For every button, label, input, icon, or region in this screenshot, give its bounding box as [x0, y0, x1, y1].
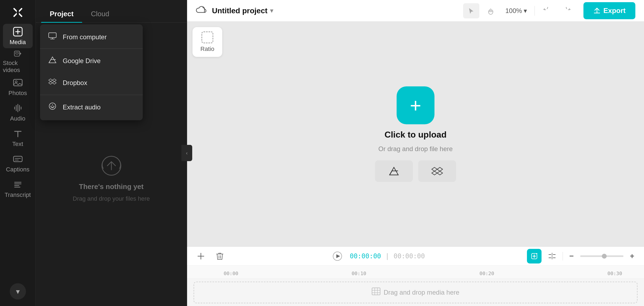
zoom-control[interactable]: 100% ▾	[502, 7, 530, 15]
tab-cloud[interactable]: Cloud	[82, 5, 118, 22]
upload-dropdown: From computer Google Drive Dropbox	[40, 24, 143, 120]
ratio-label: Ratio	[200, 45, 214, 53]
sidebar-item-audio[interactable]: Audio	[3, 100, 33, 125]
canvas-upload-area: + Click to upload Or drag and drop file …	[375, 86, 456, 182]
timeline-ruler: 00:00 00:10 00:20 00:30	[187, 266, 644, 279]
svg-rect-3	[17, 10, 19, 15]
timecode-total: 00:00:00	[394, 252, 425, 260]
zoom-chevron-icon: ▾	[524, 7, 527, 15]
canvas-gdrive-button[interactable]	[375, 160, 413, 182]
timeline-drop-zone[interactable]: Drag and drop media here	[194, 282, 638, 303]
svg-rect-5	[14, 51, 19, 56]
computer-icon	[48, 32, 57, 41]
panel-collapse-handle[interactable]: ‹	[181, 145, 192, 161]
cloud-icon	[196, 5, 207, 16]
svg-point-8	[15, 81, 17, 83]
undo-button[interactable]	[539, 3, 555, 18]
delete-button[interactable]	[213, 249, 227, 263]
tl-divider	[563, 252, 563, 261]
dropbox-label: Dropbox	[63, 79, 87, 87]
sidebar-item-stock-videos[interactable]: Stock videos	[3, 49, 33, 74]
zoom-plus-icon: +	[630, 252, 634, 261]
from-computer-label: From computer	[63, 33, 107, 41]
dropbox-icon	[48, 78, 57, 88]
sidebar-item-transcript[interactable]: Transcript	[3, 177, 33, 201]
zoom-minus-icon: −	[569, 252, 574, 261]
zoom-label: 100%	[505, 7, 522, 15]
svg-point-23	[54, 106, 54, 107]
dropdown-item-extract-audio[interactable]: Extract audio	[40, 96, 143, 118]
svg-point-22	[51, 106, 52, 107]
collapse-button[interactable]: ▾	[10, 283, 26, 300]
canvas-upload-subtitle: Or drag and drop file here	[379, 145, 453, 153]
sidebar-media-label: Media	[10, 39, 26, 46]
topbar: Untitled project ▾ 100% ▾	[187, 0, 644, 22]
timecode-current: 00:00:00	[350, 252, 381, 260]
empty-line1: There's nothing yet	[79, 183, 144, 191]
timeline-playback: 00:00:00 | 00:00:00	[329, 248, 425, 264]
sidebar-captions-label: Captions	[6, 166, 29, 173]
svg-rect-9	[14, 156, 22, 162]
project-title-text: Untitled project	[212, 6, 267, 15]
google-drive-label: Google Drive	[63, 57, 101, 65]
topbar-divider-1	[535, 6, 535, 16]
trim-button[interactable]	[194, 249, 208, 263]
zoom-slider[interactable]	[580, 255, 623, 257]
svg-rect-20	[49, 33, 56, 38]
topbar-tools: 100% ▾	[463, 3, 575, 18]
canvas-area: Ratio + Click to upload Or drag and drop…	[187, 22, 644, 246]
ai-button[interactable]	[527, 249, 542, 263]
timeline-right-tools: − +	[527, 249, 638, 263]
sidebar-item-captions[interactable]: Captions	[3, 151, 33, 175]
sidebar-audio-label: Audio	[10, 115, 25, 122]
empty-upload-icon	[98, 155, 125, 178]
extract-audio-icon	[48, 102, 57, 112]
main-area: Untitled project ▾ 100% ▾	[187, 0, 644, 306]
dropdown-divider-2	[40, 95, 143, 95]
timeline-drop-label: Drag and drop media here	[384, 289, 459, 296]
dropdown-item-dropbox[interactable]: Dropbox	[40, 72, 143, 94]
play-button[interactable]	[329, 248, 346, 264]
dropdown-divider-1	[40, 48, 143, 49]
tab-project[interactable]: Project	[41, 5, 82, 22]
sidebar-transcript-label: Transcript	[5, 191, 31, 198]
title-chevron-icon: ▾	[270, 7, 273, 14]
ruler-mark-0: 00:00	[224, 271, 238, 276]
zoom-out-button[interactable]: −	[566, 251, 577, 262]
zoom-in-button[interactable]: +	[627, 251, 638, 262]
export-button[interactable]: Export	[583, 2, 635, 19]
dropdown-item-from-computer[interactable]: From computer	[40, 27, 143, 47]
canvas-upload-actions	[375, 160, 456, 182]
export-label: Export	[603, 6, 626, 15]
sidebar: Media Stock videos Photos Audio Text	[0, 0, 36, 306]
redo-button[interactable]	[559, 3, 575, 18]
ruler-mark-3: 00:30	[608, 271, 622, 276]
sidebar-item-text[interactable]: Text	[3, 126, 33, 150]
timeline-controls: 00:00:00 | 00:00:00	[187, 247, 644, 266]
ratio-icon	[201, 31, 213, 43]
sidebar-text-label: Text	[12, 141, 23, 148]
hand-tool[interactable]	[483, 3, 499, 18]
ruler-mark-2: 00:20	[480, 271, 494, 276]
app-logo	[7, 4, 29, 21]
empty-line2: Drag and drop your files here	[73, 195, 150, 202]
svg-rect-6	[16, 52, 18, 54]
ratio-button[interactable]: Ratio	[192, 27, 222, 57]
split-button[interactable]	[545, 249, 559, 263]
dropdown-item-google-drive[interactable]: Google Drive	[40, 50, 143, 72]
canvas-upload-button[interactable]: +	[397, 86, 434, 124]
timeline-grid-icon	[372, 288, 380, 297]
ruler-mark-1: 00:10	[351, 271, 366, 276]
svg-point-21	[49, 103, 56, 109]
timeline-track: Drag and drop media here	[187, 279, 644, 306]
plus-icon: +	[410, 96, 421, 115]
canvas-upload-title: Click to upload	[384, 130, 446, 140]
panel: Project Cloud Upload	[36, 0, 187, 306]
cursor-tool[interactable]	[463, 3, 479, 18]
sidebar-item-media[interactable]: Media	[3, 24, 33, 48]
sidebar-photos-label: Photos	[8, 90, 27, 97]
sidebar-item-photos[interactable]: Photos	[3, 75, 33, 99]
extract-audio-label: Extract audio	[63, 103, 101, 111]
project-title[interactable]: Untitled project ▾	[212, 6, 273, 15]
canvas-dropbox-button[interactable]	[418, 160, 456, 182]
